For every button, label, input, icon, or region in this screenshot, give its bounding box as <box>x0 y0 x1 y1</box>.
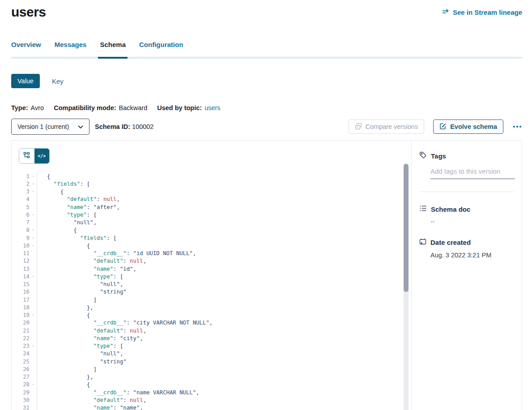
code-text: "fields": [ <box>37 181 90 187</box>
code-line: 9▾ "fields": [ <box>19 234 411 242</box>
tab-overview[interactable]: Overview <box>11 41 41 48</box>
code-text: "null", <box>37 219 97 226</box>
schema-meta-row: Type:Avro Compatibility mode:Backward Us… <box>11 104 522 111</box>
line-number: 13 <box>19 266 30 272</box>
line-number: 25 <box>19 359 30 365</box>
fold-arrow-icon[interactable]: ▾ <box>30 172 37 180</box>
sidebar-divider <box>419 192 514 192</box>
edit-icon <box>439 123 447 131</box>
code-text: { <box>37 381 90 388</box>
key-toggle-button[interactable]: Key <box>52 77 64 85</box>
evolve-schema-button[interactable]: Evolve schema <box>433 120 503 134</box>
code-text: "name": "id", <box>37 266 136 272</box>
version-bar-actions: Compare versions Evolve schema <box>349 120 522 134</box>
line-number: 16 <box>19 289 30 295</box>
add-tags-input[interactable] <box>430 167 515 179</box>
schema-editor-panel: </> 1▾{2▾ "fields": [3▾ {4 "default": nu… <box>12 141 411 410</box>
fold-arrow-icon[interactable]: ▾ <box>30 226 37 234</box>
fold-arrow-icon[interactable]: ▾ <box>30 188 37 196</box>
code-text: "name": "city", <box>37 335 143 342</box>
fold-gutter <box>30 373 37 381</box>
tab-messages[interactable]: Messages <box>55 41 87 48</box>
fold-gutter <box>30 404 37 410</box>
editor-scrollbar-track[interactable] <box>404 163 409 410</box>
tags-title: Tags <box>431 152 446 160</box>
code-line: 17 ] <box>19 296 411 303</box>
fold-gutter <box>30 389 37 396</box>
code-line: 13 "name": "id", <box>19 265 411 273</box>
editor-scrollbar-thumb[interactable] <box>404 164 409 292</box>
line-number: 2 <box>19 181 30 187</box>
code-text: "__crdb__": "id UUID NOT NULL", <box>37 250 196 256</box>
code-text: }, <box>37 374 94 380</box>
date-created-value: Aug. 3 2022 3:21 PM <box>430 252 514 259</box>
code-text: "type": [ <box>37 212 97 218</box>
code-text: "type": [ <box>37 273 123 280</box>
code-text: "default": null, <box>37 397 146 403</box>
code-text: { <box>37 243 90 249</box>
code-text: { <box>37 312 90 318</box>
code-line: 4 "default": null, <box>19 196 411 203</box>
fold-gutter <box>30 265 37 273</box>
line-number: 18 <box>19 304 30 311</box>
line-number: 10 <box>19 243 30 249</box>
code-line: 29 "__crdb__": "name VARCHAR NULL", <box>19 389 411 396</box>
fold-gutter <box>30 303 37 311</box>
code-line: 28▾ { <box>19 381 411 389</box>
fold-arrow-icon[interactable]: ▾ <box>30 381 37 389</box>
code-line: 31 "name": "name", <box>19 404 411 410</box>
topic-link[interactable]: users <box>204 104 220 111</box>
code-line: 20 "__crdb__": "city VARCHAR NOT NULL", <box>19 319 411 327</box>
code-line: 2▾ "fields": [ <box>19 180 411 188</box>
fold-arrow-icon[interactable]: ▾ <box>30 273 37 280</box>
fold-arrow-icon[interactable]: ▾ <box>30 180 37 188</box>
code-line: 30 "default": null, <box>19 396 411 404</box>
fold-arrow-icon[interactable]: ▾ <box>30 211 37 218</box>
code-text: "string" <box>37 359 127 365</box>
line-number: 23 <box>19 343 30 349</box>
schema-page: users See in Stream lineage Overview Mes… <box>11 0 522 410</box>
fold-arrow-icon[interactable]: ▾ <box>30 234 37 242</box>
line-number: 3 <box>19 188 30 195</box>
line-number: 1 <box>19 173 30 179</box>
code-line: 18 }, <box>19 303 411 311</box>
fold-arrow-icon[interactable]: ▾ <box>30 312 37 319</box>
more-options-button[interactable] <box>512 124 522 129</box>
code-text: "__crdb__": "city VARCHAR NOT NULL", <box>37 320 213 326</box>
code-line: 3▾ { <box>19 188 411 196</box>
tab-bar: Overview Messages Schema Configuration <box>11 41 522 59</box>
fold-gutter <box>30 196 37 203</box>
code-text: { <box>37 173 50 179</box>
fold-gutter <box>30 358 37 365</box>
version-select[interactable]: Version 1 (current) <box>11 119 89 135</box>
code-line: 23▾ "type": [ <box>19 342 411 350</box>
code-view-button[interactable]: </> <box>34 149 50 163</box>
code-line: 27 }, <box>19 373 411 381</box>
compare-versions-button[interactable]: Compare versions <box>349 120 425 134</box>
fold-arrow-icon[interactable]: ▾ <box>30 342 37 350</box>
date-created-section: Date created Aug. 3 2022 3:21 PM <box>419 238 514 259</box>
schema-doc-section: Schema doc -- <box>419 205 514 225</box>
stream-lineage-icon <box>442 9 450 16</box>
fold-gutter <box>30 327 37 334</box>
line-number: 31 <box>19 405 30 410</box>
see-in-stream-lineage-link[interactable]: See in Stream lineage <box>442 9 522 16</box>
version-bar: Version 1 (current) Schema ID: 100002 Co… <box>11 119 522 135</box>
tab-configuration[interactable]: Configuration <box>139 41 183 48</box>
line-number: 27 <box>19 374 30 380</box>
line-number: 11 <box>19 250 30 256</box>
fold-gutter <box>30 396 37 404</box>
code-line: 21 "default": null, <box>19 327 411 334</box>
tree-view-button[interactable] <box>19 149 34 163</box>
schema-doc-value: -- <box>430 218 514 225</box>
line-number: 7 <box>19 219 30 226</box>
value-toggle-button[interactable]: Value <box>11 74 40 88</box>
fold-gutter <box>30 288 37 296</box>
schema-card: </> 1▾{2▾ "fields": [3▾ {4 "default": nu… <box>11 140 522 410</box>
fold-arrow-icon[interactable]: ▾ <box>30 242 37 249</box>
tab-schema[interactable]: Schema <box>100 41 126 48</box>
tree-view-icon <box>23 152 30 160</box>
fold-gutter <box>30 350 37 358</box>
fold-gutter <box>30 281 37 288</box>
code-text: "__crdb__": "name VARCHAR NULL", <box>37 389 200 396</box>
